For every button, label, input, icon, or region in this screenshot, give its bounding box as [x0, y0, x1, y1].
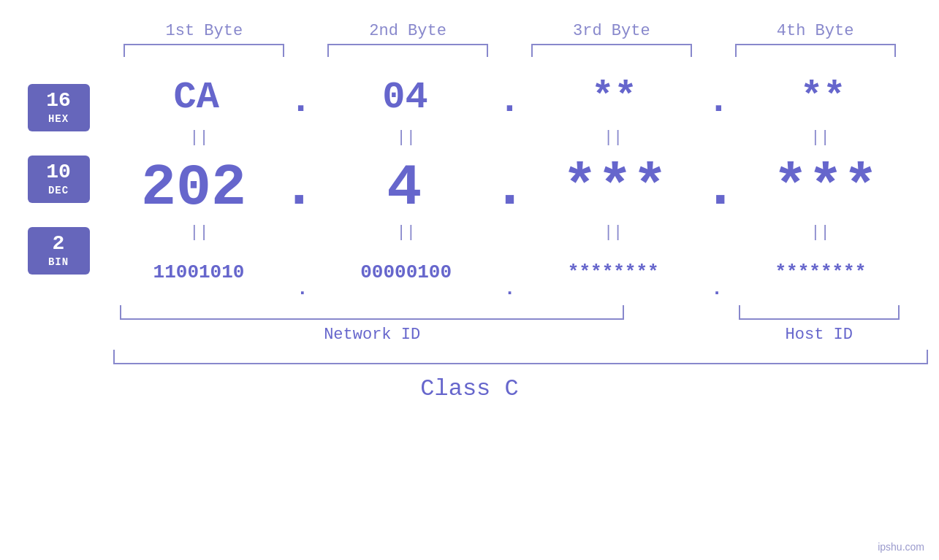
- hex-b2-value: 04: [382, 76, 427, 119]
- bin-badge: 2 BIN: [28, 227, 90, 275]
- network-id-group: Network ID: [120, 305, 624, 344]
- hex-dot2: .: [498, 80, 521, 126]
- dec-badge: 10 DEC: [28, 156, 90, 203]
- hex-row: CA . 04 . ** . **: [102, 68, 917, 126]
- class-label: Class C: [420, 375, 518, 402]
- dec-dot3: .: [703, 155, 738, 221]
- hex-b2: 04: [325, 76, 486, 119]
- eq2-b4: ||: [740, 223, 900, 242]
- bin-badge-label: BIN: [48, 256, 69, 268]
- hex-b4: **: [742, 76, 903, 119]
- bottom-section: Network ID Host ID: [0, 305, 939, 344]
- byte2-header: 2nd Byte: [327, 22, 488, 40]
- eq2-dot3: .: [712, 223, 721, 242]
- host-id-bracket: [739, 305, 900, 320]
- eq1-dot2: .: [505, 129, 514, 147]
- eq2-dot1: .: [298, 223, 308, 242]
- eq2-dot2: .: [505, 223, 514, 242]
- dec-badge-num: 10: [37, 161, 81, 184]
- bracket-3: [531, 44, 692, 57]
- watermark: ipshu.com: [878, 541, 924, 553]
- byte4-header: 4th Byte: [735, 22, 896, 40]
- labels-column: 16 HEX 10 DEC 2 BIN: [15, 64, 102, 302]
- bin-b3-value: ********: [568, 261, 659, 283]
- eq2-b1: ||: [119, 223, 280, 242]
- hex-dot3: .: [707, 80, 730, 126]
- hex-b3-value: **: [591, 76, 636, 119]
- eq1-dot3: .: [712, 129, 721, 147]
- outer-bottom-bracket: [113, 350, 928, 364]
- hex-badge-label: HEX: [48, 113, 69, 125]
- byte1-header: 1st Byte: [123, 22, 284, 40]
- dec-b4: ***: [745, 155, 906, 221]
- dec-b1-value: 202: [141, 155, 246, 221]
- dec-dot1: .: [281, 155, 316, 221]
- eq1-b4: ||: [740, 129, 900, 147]
- bin-b4: ********: [740, 261, 901, 283]
- dec-b2-value: 4: [387, 155, 422, 221]
- data-columns: CA . 04 . ** . ** || . || .: [102, 64, 917, 302]
- bracket-2: [327, 44, 488, 57]
- bin-b1: 11001010: [118, 261, 279, 283]
- byte3-header: 3rd Byte: [531, 22, 692, 40]
- dec-b4-value: ***: [773, 155, 878, 221]
- bracket-1: [123, 44, 284, 57]
- eq1-dot1: .: [298, 129, 308, 147]
- dec-badge-label: DEC: [48, 185, 69, 196]
- network-id-label: Network ID: [324, 326, 420, 344]
- top-brackets: [0, 44, 939, 57]
- hex-dot1: .: [289, 80, 312, 126]
- byte-headers: 1st Byte 2nd Byte 3rd Byte 4th Byte: [0, 22, 939, 40]
- bin-b1-value: 11001010: [153, 261, 245, 283]
- dec-b3-value: ***: [563, 155, 668, 221]
- hex-b3: **: [533, 76, 694, 119]
- content-area: 16 HEX 10 DEC 2 BIN CA . 04: [0, 64, 939, 302]
- hex-b4-value: **: [800, 76, 845, 119]
- dec-dot2: .: [492, 155, 527, 221]
- bin-b2-value: 00000100: [360, 261, 452, 283]
- bracket-4: [735, 44, 896, 57]
- bracket-spacer: [659, 305, 703, 344]
- hex-b1-value: CA: [173, 76, 218, 119]
- dec-b1: 202: [113, 155, 274, 221]
- bin-badge-num: 2: [37, 233, 81, 256]
- eq1-b3: ||: [533, 129, 693, 147]
- equals-row-2: || . || . || . ||: [102, 221, 917, 243]
- host-id-label: Host ID: [786, 326, 853, 344]
- main-container: 1st Byte 2nd Byte 3rd Byte 4th Byte 16 H…: [0, 0, 939, 560]
- dec-b3: ***: [535, 155, 696, 221]
- eq2-b3: ||: [533, 223, 693, 242]
- eq1-b1: ||: [119, 129, 280, 147]
- dec-b2: 4: [324, 155, 484, 221]
- bin-b2: 00000100: [326, 261, 487, 283]
- class-label-row: Class C: [420, 375, 518, 402]
- bin-row: 11001010 . 00000100 . ******** . *******…: [102, 243, 917, 302]
- bin-dot2: .: [504, 278, 516, 302]
- hex-b1: CA: [116, 76, 277, 119]
- dec-row: 202 . 4 . *** . ***: [102, 148, 917, 221]
- bin-b4-value: ********: [775, 261, 867, 283]
- hex-badge-num: 16: [37, 90, 81, 112]
- bin-b3: ********: [533, 261, 693, 283]
- eq1-b2: ||: [326, 129, 487, 147]
- eq2-b2: ||: [326, 223, 487, 242]
- network-id-bracket: [120, 305, 624, 320]
- hex-badge: 16 HEX: [28, 84, 90, 131]
- bin-dot1: .: [297, 278, 308, 302]
- host-id-group: Host ID: [739, 305, 900, 344]
- bottom-brackets: Network ID Host ID: [102, 305, 917, 344]
- bin-dot3: .: [711, 278, 723, 302]
- equals-row-1: || . || . || . ||: [102, 126, 917, 148]
